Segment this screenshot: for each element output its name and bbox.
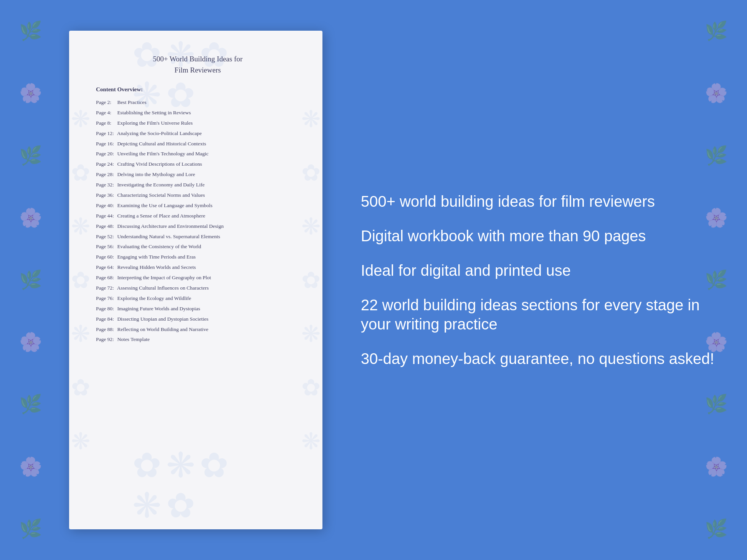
toc-page-num: Page 4: — [96, 109, 116, 117]
toc-page-num: Page 52: — [96, 233, 116, 240]
toc-page-num: Page 64: — [96, 264, 116, 271]
toc-item: Page 16: Depicting Cultural and Historic… — [96, 139, 299, 149]
info-panel: 500+ world building ideas for film revie… — [322, 169, 747, 391]
table-of-contents: Page 2: Best PracticesPage 4: Establishi… — [96, 97, 299, 345]
doc-watermark-bottom: ✿ ❋ ✿ ❋ ✿ — [132, 445, 259, 525]
toc-page-num: Page 36: — [96, 192, 116, 199]
doc-watermark-top: ✿ ❋ ✿ ❋ ✿ — [132, 35, 259, 115]
toc-item: Page 56: Evaluating the Consistency of t… — [96, 242, 299, 252]
toc-page-num: Page 8: — [96, 120, 116, 127]
toc-page-num: Page 84: — [96, 316, 116, 323]
toc-page-num: Page 12: — [96, 130, 116, 137]
toc-item: Page 20: Unveiling the Film's Technology… — [96, 149, 299, 159]
toc-page-num: Page 76: — [96, 295, 116, 302]
floral-decoration-right: 🌿 🌸 🌿 🌸 🌿 🌸 🌿 🌸 🌿 — [686, 0, 747, 560]
toc-page-num: Page 20: — [96, 150, 116, 158]
toc-page-num: Page 48: — [96, 223, 116, 230]
toc-item: Page 12: Analyzing the Socio-Political L… — [96, 128, 299, 139]
toc-page-num: Page 88: — [96, 326, 116, 333]
document-page: ✿ ❋ ✿ ❋ ✿ ✿ ❋ ✿ ❋ ✿ ❋✿❋✿❋✿❋ ❋✿❋✿❋✿❋ 500+… — [69, 31, 322, 529]
toc-item: Page 88: Reflecting on World Building an… — [96, 324, 299, 335]
toc-page-num: Page 56: — [96, 243, 116, 250]
toc-page-num: Page 72: — [96, 285, 116, 292]
toc-item: Page 36: Characterizing Societal Norms a… — [96, 190, 299, 201]
toc-item: Page 28: Delving into the Mythology and … — [96, 170, 299, 180]
info-block: 22 world building ideas sections for eve… — [361, 295, 716, 334]
toc-item: Page 8: Exploring the Film's Universe Ru… — [96, 118, 299, 128]
toc-item: Page 80: Imagining Future Worlds and Dys… — [96, 304, 299, 314]
toc-item: Page 64: Revealing Hidden Worlds and Sec… — [96, 262, 299, 273]
toc-page-num: Page 80: — [96, 305, 116, 313]
toc-item: Page 76: Exploring the Ecology and Wildl… — [96, 293, 299, 304]
toc-page-num: Page 32: — [96, 181, 116, 189]
doc-side-right: ❋✿❋✿❋✿❋ — [301, 105, 321, 455]
toc-item: Page 52: Understanding Natural vs. Super… — [96, 232, 299, 242]
toc-page-num: Page 92: — [96, 336, 116, 343]
toc-page-num: Page 16: — [96, 140, 116, 148]
toc-page-num: Page 60: — [96, 254, 116, 261]
doc-side-left: ❋✿❋✿❋✿❋ — [71, 105, 90, 455]
toc-page-num: Page 44: — [96, 212, 116, 220]
toc-item: Page 24: Crafting Vivid Descriptions of … — [96, 159, 299, 170]
info-block: 30-day money-back guarantee, no question… — [361, 349, 716, 368]
toc-item: Page 32: Investigating the Economy and D… — [96, 180, 299, 190]
toc-item: Page 68: Interpreting the Impact of Geog… — [96, 273, 299, 283]
info-block: 500+ world building ideas for film revie… — [361, 192, 716, 211]
toc-item: Page 40: Examining the Use of Language a… — [96, 201, 299, 211]
info-block: Digital workbook with more than 90 pages — [361, 226, 716, 245]
toc-page-num: Page 2: — [96, 99, 116, 106]
toc-item: Page 44: Creating a Sense of Place and A… — [96, 211, 299, 221]
toc-item: Page 48: Discussing Architecture and Env… — [96, 221, 299, 232]
info-block: Ideal for digital and printed use — [361, 261, 716, 280]
toc-item: Page 72: Assessing Cultural Influences o… — [96, 283, 299, 293]
toc-item: Page 92: Notes Template — [96, 334, 299, 345]
toc-page-num: Page 24: — [96, 161, 116, 168]
toc-item: Page 60: Engaging with Time Periods and … — [96, 252, 299, 262]
toc-item: Page 84: Dissecting Utopian and Dystopia… — [96, 314, 299, 324]
toc-page-num: Page 40: — [96, 202, 116, 209]
toc-page-num: Page 28: — [96, 171, 116, 178]
toc-page-num: Page 68: — [96, 274, 116, 282]
floral-decoration-left: 🌿 🌸 🌿 🌸 🌿 🌸 🌿 🌸 🌿 — [0, 0, 61, 560]
